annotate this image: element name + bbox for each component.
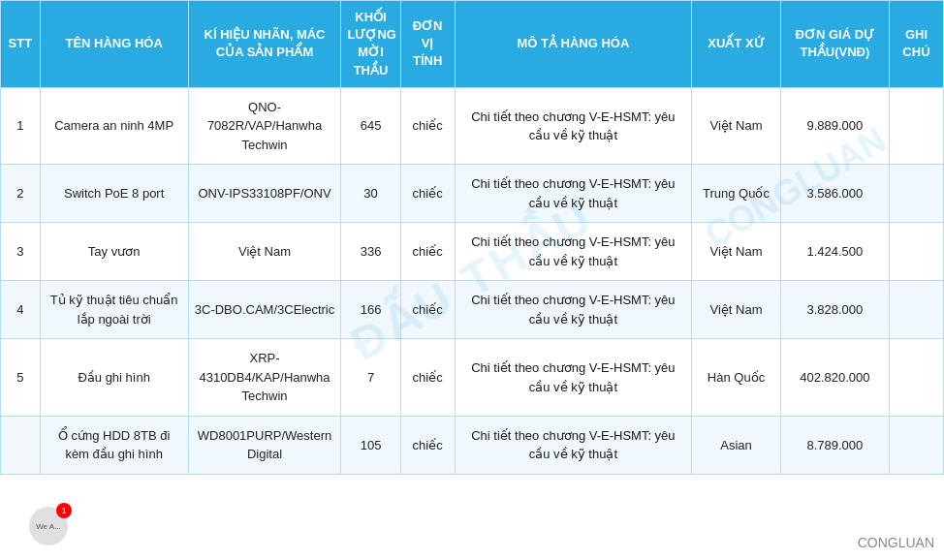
table-header-row: STT TÊN HÀNG HÓA KÍ HIỆU NHÃN, MÁC CỦA S…	[1, 1, 944, 88]
cell-donvi: chiếc	[400, 87, 455, 165]
cell-dongia: 402.820.000	[780, 339, 889, 417]
cell-ten: Tay vươn	[40, 223, 188, 281]
cell-khoi: 645	[341, 87, 400, 165]
cell-ten: Đầu ghi hình	[40, 339, 188, 417]
header-ten: TÊN HÀNG HÓA	[40, 1, 188, 88]
cell-stt	[1, 416, 41, 474]
cell-dongia: 1.424.500	[780, 223, 889, 281]
cell-xuatxu: Hàn Quốc	[692, 339, 781, 417]
cell-khoi: 105	[341, 416, 400, 474]
table-row: Ổ cứng HDD 8TB đi kèm đầu ghi hìnhWD8001…	[1, 416, 944, 474]
cell-kihieu: ONV-IPS33108PF/ONV	[188, 165, 341, 223]
cell-stt: 4	[1, 281, 41, 339]
procurement-table: STT TÊN HÀNG HÓA KÍ HIỆU NHÃN, MÁC CỦA S…	[0, 0, 944, 475]
cell-ten: Ổ cứng HDD 8TB đi kèm đầu ghi hình	[40, 416, 188, 474]
cell-xuatxu: Trung Quốc	[692, 165, 781, 223]
header-dongia: ĐƠN GIÁ DỰ THẦU(VNĐ)	[780, 1, 889, 88]
cell-ghichu	[889, 416, 943, 474]
cell-mota: Chi tiết theo chương V-E-HSMT: yêu cầu v…	[455, 165, 692, 223]
cell-khoi: 30	[341, 165, 400, 223]
header-xuatxu: XUẤT XỨ	[692, 1, 781, 88]
header-khoi: KHỐI LƯỢNG MỜI THẦU	[341, 1, 400, 88]
cell-kihieu: WD8001PURP/Western Digital	[188, 416, 341, 474]
cell-donvi: chiếc	[400, 281, 455, 339]
table-row: 1Camera an ninh 4MPQNO-7082R/VAP/Hanwha …	[1, 87, 944, 165]
header-mota: MÔ TẢ HÀNG HÓA	[455, 1, 692, 88]
cell-khoi: 166	[341, 281, 400, 339]
cell-stt: 3	[1, 223, 41, 281]
cell-dongia: 8.789.000	[780, 416, 889, 474]
header-ghichu: GHI CHÚ	[889, 1, 943, 88]
cell-donvi: chiếc	[400, 223, 455, 281]
cell-ten: Switch PoE 8 port	[40, 165, 188, 223]
cell-xuatxu: Việt Nam	[692, 87, 781, 165]
cell-mota: Chi tiết theo chương V-E-HSMT: yêu cầu v…	[455, 281, 692, 339]
cell-kihieu: 3C-DBO.CAM/3CElectric	[188, 281, 341, 339]
cell-stt: 1	[1, 87, 41, 165]
cell-xuatxu: Việt Nam	[692, 223, 781, 281]
cell-donvi: chiếc	[400, 165, 455, 223]
cell-xuatxu: Việt Nam	[692, 281, 781, 339]
cell-khoi: 336	[341, 223, 400, 281]
cell-dongia: 3.586.000	[780, 165, 889, 223]
table-row: 3Tay vươnViệt Nam336chiếcChi tiết theo c…	[1, 223, 944, 281]
table-row: 2Switch PoE 8 portONV-IPS33108PF/ONV30ch…	[1, 165, 944, 223]
cell-ghichu	[889, 339, 943, 417]
cell-stt: 5	[1, 339, 41, 417]
cell-mota: Chi tiết theo chương V-E-HSMT: yêu cầu v…	[455, 87, 692, 165]
cell-dongia: 9.889.000	[780, 87, 889, 165]
cell-xuatxu: Asian	[692, 416, 781, 474]
cell-mota: Chi tiết theo chương V-E-HSMT: yêu cầu v…	[455, 223, 692, 281]
cell-ten: Tủ kỹ thuật tiêu chuẩn lắp ngoài trời	[40, 281, 188, 339]
cell-kihieu: QNO-7082R/VAP/Hanwha Techwin	[188, 87, 341, 165]
cell-dongia: 3.828.000	[780, 281, 889, 339]
cell-ghichu	[889, 165, 943, 223]
cell-ghichu	[889, 87, 943, 165]
header-donvi: ĐƠN VỊ TÍNH	[400, 1, 455, 88]
header-kihieu: KÍ HIỆU NHÃN, MÁC CỦA SẢN PHẨM	[188, 1, 341, 88]
cell-stt: 2	[1, 165, 41, 223]
cell-donvi: chiếc	[400, 339, 455, 417]
cell-khoi: 7	[341, 339, 400, 417]
cell-ghichu	[889, 223, 943, 281]
cell-mota: Chi tiết theo chương V-E-HSMT: yêu cầu v…	[455, 416, 692, 474]
cell-kihieu: Việt Nam	[188, 223, 341, 281]
cell-kihieu: XRP-4310DB4/KAP/Hanwha Techwin	[188, 339, 341, 417]
table-row: 4Tủ kỹ thuật tiêu chuẩn lắp ngoài trời3C…	[1, 281, 944, 339]
cell-ten: Camera an ninh 4MP	[40, 87, 188, 165]
cell-mota: Chi tiết theo chương V-E-HSMT: yêu cầu v…	[455, 339, 692, 417]
cell-donvi: chiếc	[400, 416, 455, 474]
table-row: 5Đầu ghi hìnhXRP-4310DB4/KAP/Hanwha Tech…	[1, 339, 944, 417]
header-stt: STT	[1, 1, 41, 88]
cell-ghichu	[889, 281, 943, 339]
